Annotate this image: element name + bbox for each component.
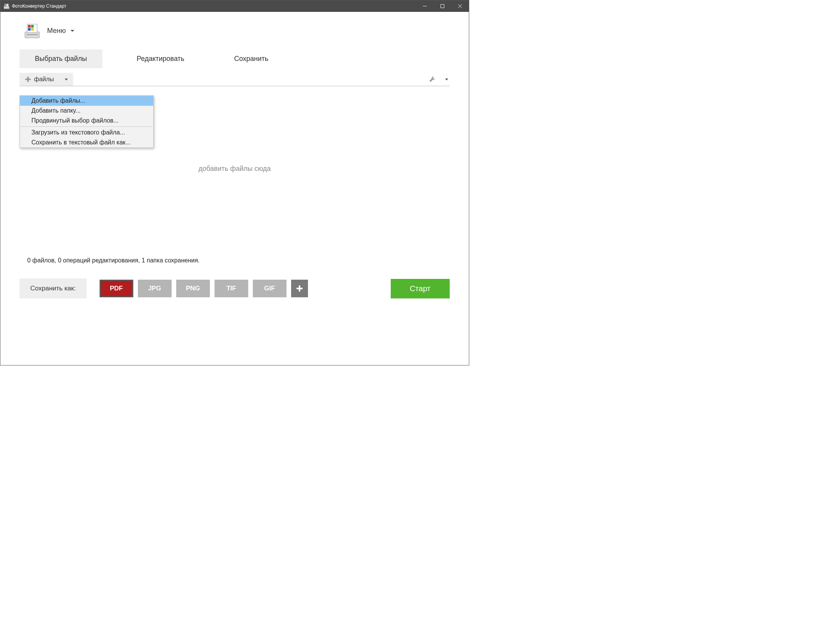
drop-hint-text: добавить файлы сюда: [198, 165, 271, 173]
format-png-button[interactable]: PNG: [176, 280, 210, 297]
menu-label: Меню: [47, 27, 66, 35]
window-title: ФотоКонвертер Стандарт: [12, 3, 416, 9]
svg-rect-14: [28, 28, 31, 31]
svg-rect-2: [5, 4, 6, 5]
menu-item-add-files[interactable]: Добавить файлы...: [20, 96, 153, 106]
format-tif-button[interactable]: TIF: [215, 280, 248, 297]
tab-select-files[interactable]: Выбрать файлы: [20, 49, 102, 68]
menu-separator: [21, 126, 152, 127]
close-button[interactable]: [451, 0, 469, 12]
svg-rect-12: [28, 25, 31, 28]
settings-button[interactable]: [427, 74, 450, 85]
app-icon: [3, 3, 10, 9]
maximize-button[interactable]: [434, 0, 451, 12]
minimize-button[interactable]: [416, 0, 434, 12]
plus-icon: [25, 76, 31, 82]
svg-rect-13: [31, 25, 34, 28]
bottom-bar: Сохранить как: PDF JPG PNG TIF GIF Старт: [20, 279, 450, 298]
files-button-label: файлы: [34, 76, 54, 83]
tabs: Выбрать файлы Редактировать Сохранить: [20, 49, 450, 68]
format-jpg-button[interactable]: JPG: [138, 280, 172, 297]
status-bar: 0 файлов, 0 операций редактирования, 1 п…: [27, 257, 450, 264]
svg-rect-4: [5, 5, 6, 7]
toolbar: файлы: [20, 73, 450, 86]
menu-item-save-to-text[interactable]: Сохранить в текстовый файл как...: [20, 138, 153, 147]
plus-icon: [296, 285, 303, 292]
format-gif-button[interactable]: GIF: [253, 280, 287, 297]
chevron-down-icon: [445, 79, 448, 80]
menu-item-load-from-text[interactable]: Загрузить из текстового файла...: [20, 128, 153, 138]
menu-bar: Меню: [24, 23, 450, 39]
menu-item-add-folder[interactable]: Добавить папку...: [20, 106, 153, 116]
format-pdf-button[interactable]: PDF: [100, 280, 133, 297]
svg-rect-3: [6, 4, 7, 5]
app-logo-icon: [24, 23, 40, 39]
svg-rect-18: [25, 79, 31, 80]
menu-button[interactable]: Меню: [47, 27, 74, 35]
svg-rect-7: [441, 5, 444, 8]
wrench-icon: [428, 75, 436, 83]
svg-rect-20: [296, 288, 303, 289]
svg-rect-5: [6, 5, 7, 7]
tab-edit[interactable]: Редактировать: [121, 49, 200, 68]
chevron-down-icon: [70, 30, 74, 32]
svg-rect-16: [26, 34, 38, 35]
add-format-button[interactable]: [291, 280, 308, 297]
tab-save[interactable]: Сохранить: [219, 49, 283, 68]
svg-rect-15: [31, 28, 34, 31]
menu-item-advanced-select[interactable]: Продвинутый выбор файлов...: [20, 116, 153, 126]
start-button[interactable]: Старт: [391, 279, 450, 298]
add-files-dropdown-button[interactable]: файлы: [20, 73, 73, 86]
save-as-label: Сохранить как:: [20, 279, 87, 298]
files-dropdown-menu: Добавить файлы... Добавить папку... Прод…: [20, 95, 154, 148]
titlebar: ФотоКонвертер Стандарт: [0, 0, 469, 12]
chevron-down-icon: [65, 79, 68, 80]
